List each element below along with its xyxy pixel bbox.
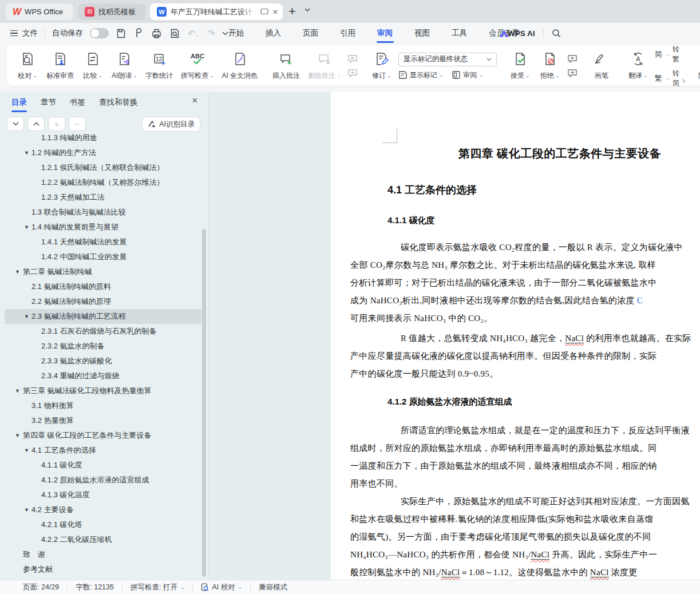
tab-chapters[interactable]: 章节 bbox=[41, 94, 56, 111]
quickbar-more-icon[interactable] bbox=[222, 31, 228, 35]
wps-ai-button[interactable]: WPS AI bbox=[500, 29, 535, 38]
doc-chat-icon[interactable] bbox=[260, 8, 268, 15]
ink-brush-button[interactable]: 画笔 bbox=[587, 47, 616, 85]
restrict-editing-button[interactable]: 限制编辑 bbox=[694, 47, 700, 85]
outline-item[interactable]: ▼第三章 氨碱法碳化工段物料及热量衡算 bbox=[5, 383, 201, 398]
ai-read-aloud-button[interactable]: AI朗读⌄ bbox=[108, 47, 141, 85]
translate-button[interactable]: A 翻译⌄ bbox=[623, 47, 653, 85]
print-preview-icon[interactable] bbox=[169, 28, 180, 39]
outline-item[interactable]: 1.3 联合制碱法与氨碱法比较 bbox=[5, 205, 201, 220]
outline-item[interactable]: ▼4.1 工艺条件的选择 bbox=[5, 443, 201, 458]
collapse-arrow-icon[interactable]: ▼ bbox=[15, 388, 20, 394]
expand-all-button[interactable] bbox=[7, 117, 24, 131]
insert-comment-button[interactable]: 插入批注 bbox=[268, 47, 304, 85]
tab-wps-office[interactable]: W WPS Office bbox=[6, 3, 73, 20]
show-markup-button[interactable]: 显示标记⌄ bbox=[398, 70, 444, 80]
sidebar-scrollbar-thumb[interactable] bbox=[202, 229, 206, 577]
redo-icon[interactable]: ↷ bbox=[207, 28, 215, 39]
ai-polish-button[interactable]: AI 全文润色 bbox=[217, 47, 262, 85]
outline-item[interactable]: ▼1.2 纯碱的生产方法 bbox=[5, 145, 201, 160]
menu-file[interactable]: 文件 bbox=[22, 28, 38, 38]
outline-item[interactable]: 2.3.3 氨盐水的碳酸化 bbox=[5, 354, 201, 369]
close-tab-icon[interactable]: ✕ bbox=[272, 8, 278, 16]
outline-item[interactable]: 4.2.1 碳化塔 bbox=[5, 517, 201, 532]
outline-item[interactable]: 1.4.2 中国纯碱工业的发展 bbox=[5, 250, 201, 264]
menu-reference[interactable]: 引用 bbox=[340, 23, 355, 43]
save-icon[interactable] bbox=[116, 28, 126, 39]
zoom-in-outline-button[interactable]: + bbox=[48, 117, 65, 131]
collapse-arrow-icon[interactable]: ▼ bbox=[24, 448, 29, 453]
collapse-arrow-icon[interactable]: ▼ bbox=[24, 314, 29, 319]
outline-item[interactable]: ▼2.3 氨碱法制纯碱的工艺流程 bbox=[5, 309, 201, 324]
next-change-icon[interactable] bbox=[567, 68, 578, 79]
outline-item[interactable]: ▼1.4 纯碱的发展前景与展望 bbox=[5, 220, 201, 235]
to-simplified-button[interactable]: 繁→ 转简 bbox=[655, 69, 679, 88]
export-pdf-icon[interactable] bbox=[134, 28, 144, 39]
track-changes-button[interactable]: 修订⌄ bbox=[367, 47, 397, 85]
compare-button[interactable]: 比较⌄ bbox=[78, 47, 108, 85]
ai-proofread-status[interactable]: AI 校对⌄ bbox=[201, 583, 242, 592]
menu-home[interactable]: 开始 bbox=[228, 23, 244, 43]
outline-item[interactable]: 2.3.2 氨盐水的制备 bbox=[5, 339, 201, 354]
tab-template[interactable]: 稻 找稻壳模板 bbox=[78, 3, 145, 20]
undo-icon[interactable]: ↶⌄ bbox=[188, 28, 200, 39]
tab-bookmarks[interactable]: 书签 bbox=[70, 94, 85, 111]
spellcheck-status[interactable]: 拼写检查: 打开⌄ bbox=[130, 583, 185, 592]
collapse-arrow-icon[interactable]: ▼ bbox=[24, 507, 29, 513]
outline-item[interactable]: 2.1 氨碱法制纯碱的原料 bbox=[5, 279, 201, 294]
outline-item[interactable]: 1.2.2 氨碱法制纯碱（又称苏尔维法） bbox=[5, 175, 201, 190]
outline-item[interactable]: 4.1.1 碳化度 bbox=[5, 458, 201, 473]
outline-item[interactable]: 2.3.1 石灰石的煅烧与石灰乳的制备 bbox=[5, 324, 201, 339]
collapse-arrow-icon[interactable]: ▼ bbox=[15, 433, 20, 438]
outline-item[interactable]: ▼4.2 主要设备 bbox=[5, 502, 201, 517]
to-traditional-button[interactable]: 简→ 转繁 bbox=[655, 45, 679, 64]
collapse-arrow-icon[interactable]: ▼ bbox=[24, 150, 29, 156]
tab-contents[interactable]: 目录 bbox=[11, 94, 27, 111]
proofread-button[interactable]: 校对⌄ bbox=[13, 47, 42, 85]
new-tab-dropdown-icon[interactable] bbox=[304, 8, 310, 11]
outline-item[interactable]: 2.3.4 重碱的过滤与煅烧 bbox=[5, 369, 201, 383]
tab-find-replace[interactable]: 查找和替换 bbox=[99, 94, 138, 111]
menu-view[interactable]: 视图 bbox=[414, 23, 430, 43]
outline-item[interactable]: ▼第二章 氨碱法制纯碱 bbox=[5, 264, 201, 279]
tab-document-active[interactable]: W 年产五万吨纯碱工艺设计 计算 ✕ bbox=[150, 3, 283, 20]
ai-recognize-toc-button[interactable]: AI识别目录 bbox=[142, 117, 200, 132]
outline-item[interactable]: 1.1.3 纯碱的用途 bbox=[5, 134, 201, 145]
print-icon[interactable] bbox=[151, 28, 162, 39]
standard-review-button[interactable]: 标准审查 bbox=[42, 47, 78, 85]
word-count-button[interactable]: 12 字数统计 bbox=[141, 47, 177, 85]
outline-item[interactable]: 3.2 热量衡算 bbox=[5, 413, 201, 428]
outline-item[interactable]: 2.2 氨碱法制纯碱的原理 bbox=[5, 294, 201, 309]
close-pane-icon[interactable]: ✕ bbox=[192, 96, 198, 105]
zoom-out-outline-button[interactable]: − bbox=[69, 117, 86, 131]
reject-button[interactable]: 拒绝⌄ bbox=[535, 47, 565, 85]
outline-item[interactable]: 1.4.1 天然碱制碱法的发展 bbox=[5, 235, 201, 250]
accept-button[interactable]: 接受⌄ bbox=[505, 47, 535, 85]
collapse-arrow-icon[interactable]: ▼ bbox=[24, 224, 29, 230]
outline-item[interactable]: ▼第四章 碳化工段的工艺条件与主要设备 bbox=[5, 428, 201, 443]
hamburger-icon[interactable] bbox=[10, 30, 18, 37]
menu-page[interactable]: 页面 bbox=[303, 23, 318, 43]
menu-insert[interactable]: 插入 bbox=[266, 23, 281, 43]
outline-item[interactable]: 4.1.3 碳化温度 bbox=[5, 488, 201, 502]
new-tab-button[interactable]: + bbox=[288, 5, 296, 18]
dialog-launcher-icon[interactable]: ⇘ bbox=[681, 77, 686, 84]
markup-state-select[interactable]: 显示标记的最终状态 bbox=[398, 53, 497, 66]
spell-check-button[interactable]: ABC 拼写检查⌄ bbox=[177, 47, 218, 85]
outline-item[interactable]: 参考文献 bbox=[5, 562, 201, 577]
collapse-all-button[interactable] bbox=[27, 117, 45, 131]
previous-change-icon[interactable] bbox=[567, 53, 578, 65]
outline-item[interactable]: 4.1.2 原始氨盐水溶液的适宜组成 bbox=[5, 473, 201, 488]
delete-comment-button[interactable]: 删除批注⌄ bbox=[304, 47, 345, 85]
outline-item[interactable]: 1.2.3 天然碱加工法 bbox=[5, 190, 201, 205]
menu-tools[interactable]: 工具 bbox=[452, 23, 467, 43]
page-indicator[interactable]: 页面: 24/29 bbox=[23, 583, 59, 592]
outline-item[interactable]: 致 谢 bbox=[5, 547, 201, 562]
previous-comment-icon[interactable] bbox=[347, 53, 358, 65]
outline-item[interactable]: 3.1 物料衡算 bbox=[5, 398, 201, 413]
review-pane-button[interactable]: 审阅⌄ bbox=[452, 70, 484, 80]
collapse-arrow-icon[interactable]: ▼ bbox=[15, 269, 20, 275]
autosave-toggle[interactable] bbox=[90, 28, 109, 38]
outline-item[interactable]: 4.2.2 二氧化碳压缩机 bbox=[5, 532, 201, 547]
word-count-indicator[interactable]: 字数: 12135 bbox=[76, 583, 114, 592]
